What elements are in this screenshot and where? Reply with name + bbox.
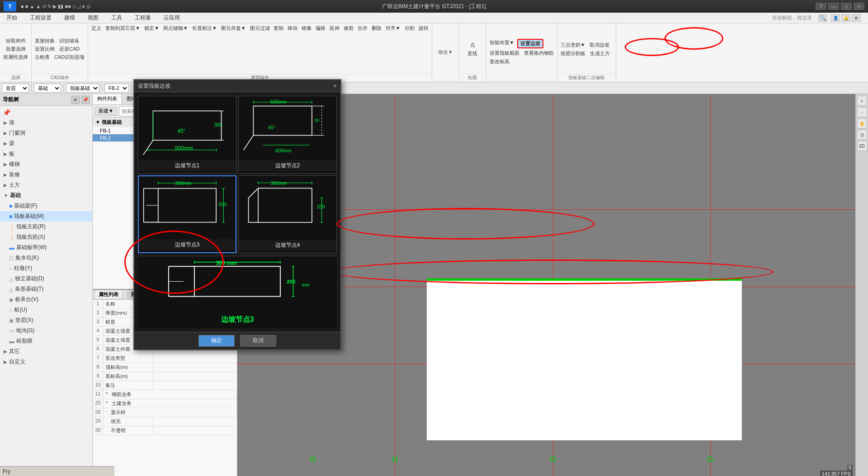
line-btn[interactable]: 直线: [466, 50, 479, 57]
delete-btn[interactable]: 删除: [370, 24, 383, 32]
nav-item-ditch[interactable]: ▭ 地沟(G): [0, 325, 92, 336]
nav-item-raft[interactable]: ■ 筏板基础(M): [0, 211, 92, 222]
define-btn[interactable]: 定义: [90, 24, 103, 32]
pan-btn[interactable]: ✋: [857, 118, 867, 128]
nav-item-foundation-beam[interactable]: ■ 基础梁(F): [0, 201, 92, 211]
help-btn[interactable]: ?: [816, 3, 826, 10]
menu-cloud[interactable]: 云应用: [161, 13, 183, 23]
prop-val-9[interactable]: [153, 372, 237, 381]
split-btn[interactable]: 分割: [403, 24, 416, 32]
generate-earthwork-btn[interactable]: 生成土方: [589, 50, 611, 57]
point-btn[interactable]: 点: [469, 41, 476, 49]
copy-btn[interactable]: 复制: [272, 24, 285, 32]
set-section-btn[interactable]: 设置筏板截面: [488, 49, 521, 57]
nav-item-pit[interactable]: ◻ 集水坑(K): [0, 253, 92, 263]
nav-item-raft-main[interactable]: ⋮ 筏板主筋(R): [0, 222, 92, 232]
node-cell-4[interactable]: 300mm 200 边坡节点4: [238, 175, 337, 253]
node-cell-1[interactable]: 45° 500mm 300 边坡节点1: [138, 96, 236, 173]
floor-select[interactable]: 首层: [2, 84, 29, 93]
offset-btn[interactable]: 偏移: [314, 24, 327, 32]
prop-expand-25[interactable]: +: [104, 399, 110, 408]
property-select-btn[interactable]: 按属性选择: [2, 53, 29, 61]
nav-item-stair[interactable]: ▶ 楼梯: [0, 159, 92, 170]
smart-layout-btn[interactable]: 智能布置▼: [488, 39, 516, 48]
mirror-btn[interactable]: 镜像: [300, 24, 313, 32]
nav-item-cushion[interactable]: ◉ 垫层(X): [0, 315, 92, 325]
set-scale-btn[interactable]: 设置比例: [33, 45, 56, 53]
dialog-ok-btn[interactable]: 确定: [198, 335, 235, 347]
nav-item-slab[interactable]: ▶ 板: [0, 149, 92, 159]
restore-cad-btn[interactable]: 还原CAD: [58, 45, 81, 53]
direct-convert-btn[interactable]: 直接转换: [33, 37, 56, 45]
length-mark-btn[interactable]: 长度标注▼: [191, 24, 218, 32]
fit-view-btn[interactable]: ⊡: [857, 130, 867, 140]
nav-item-raft-neg[interactable]: ⋮ 筏板负筋(X): [0, 232, 92, 242]
3d-view-btn[interactable]: 3D: [857, 141, 867, 151]
copy-to-floor-btn[interactable]: 复制到其它层▼: [104, 24, 142, 32]
trim-btn[interactable]: 修剪: [342, 24, 355, 32]
tab-component-list[interactable]: 构件列表: [93, 94, 122, 104]
component-type-select[interactable]: 基础: [34, 84, 61, 93]
pick-component-btn[interactable]: 拾取构件: [5, 37, 27, 45]
nav-item-isolated[interactable]: △ 独立基础(D): [0, 273, 92, 284]
nav-item-decor[interactable]: ▶ 装修: [0, 170, 92, 180]
prop-expand-28[interactable]: -: [104, 408, 109, 417]
merge-btn[interactable]: 合并: [356, 24, 369, 32]
user-icon[interactable]: 👤: [831, 14, 840, 22]
bell-icon[interactable]: 🔔: [841, 14, 850, 22]
view-rebar-btn[interactable]: 查看板内钢筋: [523, 49, 555, 57]
nav-item-wall[interactable]: ▶ 墙: [0, 118, 92, 128]
menu-view[interactable]: 视图: [85, 13, 101, 23]
recognize-wall-btn[interactable]: 识别墙垛: [58, 37, 80, 45]
settings-icon[interactable]: ⚙: [852, 14, 861, 22]
prop-val-7[interactable]: [153, 354, 237, 363]
nav-item-other[interactable]: ▶ 其它: [0, 346, 92, 357]
nav-item-brick[interactable]: ▬ 砖胎膜: [0, 336, 92, 346]
nav-tree-collapse-btn[interactable]: ≡: [71, 96, 80, 104]
prop-val-29[interactable]: [153, 417, 237, 426]
two-point-aux-btn[interactable]: 两点辅轴▼: [162, 24, 189, 32]
three-point-slope-btn[interactable]: 三点变斜▼: [559, 41, 587, 49]
align-btn[interactable]: 对齐▼: [384, 24, 402, 32]
instance-select[interactable]: FB-2: [104, 84, 129, 93]
lock-btn[interactable]: 锁定▼: [143, 24, 160, 32]
nav-item-pile[interactable]: ○ 桩(U): [0, 305, 92, 315]
nav-item-earthwork[interactable]: ▶ 土方: [0, 180, 92, 190]
split-by-beam-btn[interactable]: 按梁分割板: [559, 50, 587, 57]
dialog-close-btn[interactable]: ×: [333, 82, 337, 90]
subtype-select[interactable]: 筏板基础: [66, 84, 99, 93]
node-cell-3[interactable]: 300mm 500 边坡节点3: [138, 175, 236, 253]
prop-val-8[interactable]: [153, 363, 237, 372]
nav-item-door[interactable]: ▶ 门窗洞: [0, 128, 92, 138]
prop-tab-list[interactable]: 属性列表: [94, 290, 123, 299]
save-elements-btn[interactable]: 图元存盘▼: [220, 24, 247, 32]
menu-build[interactable]: 建模: [61, 13, 78, 23]
filter-btn[interactable]: 图元过滤: [249, 24, 271, 32]
prop-val-10[interactable]: [153, 381, 237, 390]
nav-item-foundation[interactable]: ▼ 基础: [0, 190, 92, 201]
nav-item-pilecap[interactable]: ◆ 桩承台(V): [0, 294, 92, 305]
menu-tools[interactable]: 工具: [108, 13, 125, 23]
nav-item-beam[interactable]: ▶ 梁: [0, 138, 92, 149]
prop-expand-11[interactable]: +: [104, 390, 110, 399]
cancel-slope-btn[interactable]: 取消边坡: [588, 41, 611, 49]
cloud-check-btn[interactable]: 云检查: [33, 53, 51, 61]
zoom-out-btn[interactable]: -: [857, 107, 867, 117]
menu-start[interactable]: 开始: [4, 13, 20, 23]
prop-val-30[interactable]: [153, 426, 237, 435]
minimize-btn[interactable]: —: [828, 3, 839, 10]
menu-quantities[interactable]: 工程量: [132, 13, 154, 23]
close-btn[interactable]: ×: [854, 3, 864, 10]
maximize-btn[interactable]: □: [841, 3, 852, 10]
extend-btn[interactable]: 延伸: [328, 24, 341, 32]
check-elevation-btn[interactable]: 查改标高: [488, 58, 511, 66]
nav-item-foundation-band[interactable]: ▬ 基础板带(W): [0, 242, 92, 253]
cad-recognize-options-btn[interactable]: CAD识别选项: [53, 53, 86, 61]
nav-tree-pin-btn[interactable]: 📌: [81, 96, 90, 104]
nav-item-custom[interactable]: ▶ 自定义: [0, 357, 92, 367]
dialog-cancel-btn[interactable]: 取消: [240, 335, 276, 347]
move-btn[interactable]: 移动: [286, 24, 299, 32]
search-icon[interactable]: 🔍: [818, 14, 827, 22]
node-cell-2[interactable]: 45° 30 500mm 600mm 边坡节点2: [238, 96, 337, 173]
batch-select-btn[interactable]: 批量选择: [5, 45, 27, 53]
